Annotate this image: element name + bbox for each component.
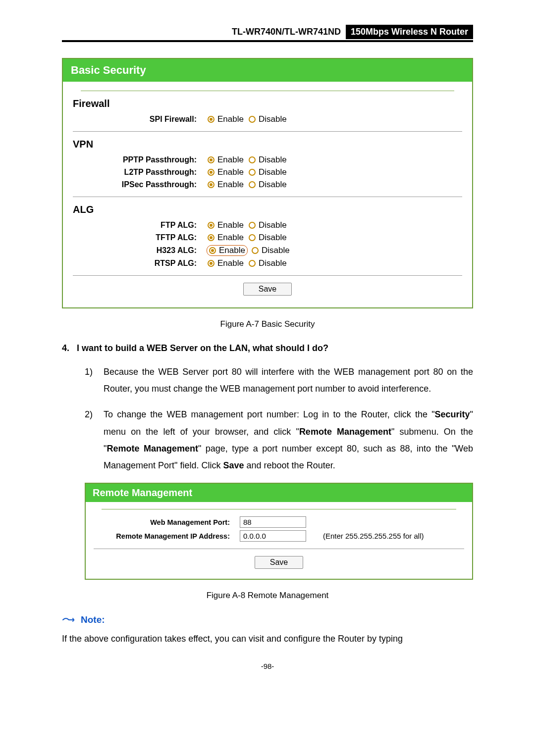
radio-empty-icon	[249, 222, 256, 229]
pptp-enable-radio[interactable]: Enable	[207, 155, 245, 165]
step-2: To change the WEB management port number…	[85, 406, 473, 474]
save-button[interactable]: Save	[243, 283, 292, 296]
radio-selected-icon	[208, 116, 214, 123]
radio-selected-icon	[208, 181, 214, 188]
disable-label: Disable	[262, 246, 290, 255]
ftp-disable-radio[interactable]: Disable	[248, 220, 288, 230]
web-port-label: Web Management Port:	[94, 518, 240, 526]
vpn-heading: VPN	[73, 139, 462, 150]
radio-selected-icon	[208, 169, 214, 176]
remote-ip-label: Remote Management IP Address:	[94, 532, 240, 540]
disable-label: Disable	[259, 220, 287, 230]
pointing-hand-icon	[62, 615, 76, 625]
figure-a8-caption: Figure A-8 Remote Management	[62, 591, 473, 601]
panel-title: Remote Management	[86, 484, 472, 502]
enable-label: Enable	[217, 233, 244, 243]
ftp-enable-radio[interactable]: Enable	[207, 220, 245, 230]
question-number: 4.	[62, 343, 77, 353]
disable-label: Disable	[259, 180, 287, 190]
l2tp-disable-radio[interactable]: Disable	[248, 167, 288, 177]
radio-empty-icon	[249, 260, 256, 267]
radio-selected-icon	[209, 247, 216, 254]
disable-label: Disable	[259, 155, 287, 165]
note-heading: Note:	[62, 614, 473, 625]
web-port-input[interactable]: 88	[240, 516, 306, 528]
figure-a7-caption: Figure A-7 Basic Security	[62, 319, 473, 329]
enable-label: Enable	[217, 180, 244, 190]
tftp-disable-radio[interactable]: Disable	[248, 233, 288, 243]
pptp-row: PPTP Passthrough: Enable Disable	[73, 155, 462, 165]
rtsp-alg-label: RTSP ALG:	[73, 259, 207, 268]
panel-title: Basic Security	[63, 59, 472, 82]
step-1: Because the WEB Server port 80 will inte…	[85, 363, 473, 397]
note-label: Note:	[81, 614, 105, 625]
disable-label: Disable	[259, 114, 287, 124]
ipsec-disable-radio[interactable]: Disable	[248, 180, 288, 190]
h323-enable-radio[interactable]: Enable	[207, 245, 248, 256]
web-port-row: Web Management Port: 88	[94, 516, 464, 528]
l2tp-enable-radio[interactable]: Enable	[207, 167, 245, 177]
ipsec-row: IPSec Passthrough: Enable Disable	[73, 180, 462, 190]
disable-label: Disable	[259, 167, 287, 177]
page-number: -98-	[62, 662, 473, 670]
question-4-heading: 4. I want to build a WEB Server on the L…	[62, 343, 473, 353]
spi-firewall-row: SPI Firewall: Enable Disable	[73, 114, 462, 124]
spi-firewall-label: SPI Firewall:	[73, 115, 207, 124]
ftp-alg-label: FTP ALG:	[73, 221, 207, 230]
alg-heading: ALG	[73, 204, 462, 215]
remote-ip-row: Remote Management IP Address: 0.0.0.0 (E…	[94, 530, 464, 542]
h323-alg-label: H323 ALG:	[73, 246, 207, 255]
spi-enable-radio[interactable]: Enable	[207, 114, 245, 124]
l2tp-label: L2TP Passthrough:	[73, 168, 207, 177]
enable-label: Enable	[219, 246, 245, 255]
enable-label: Enable	[217, 220, 244, 230]
firewall-heading: Firewall	[73, 98, 462, 109]
tftp-alg-label: TFTP ALG:	[73, 233, 207, 242]
product-desc: 150Mbps Wireless N Router	[346, 25, 473, 39]
note-text: If the above configuration takes effect,…	[62, 630, 473, 647]
document-header: TL-WR740N/TL-WR741ND 150Mbps Wireless N …	[62, 25, 473, 42]
ipsec-enable-radio[interactable]: Enable	[207, 180, 245, 190]
spi-disable-radio[interactable]: Disable	[248, 114, 288, 124]
save-button[interactable]: Save	[255, 556, 303, 569]
h323-disable-radio[interactable]: Disable	[251, 246, 291, 255]
radio-empty-icon	[249, 181, 256, 188]
model-number: TL-WR740N/TL-WR741ND	[232, 27, 343, 37]
l2tp-row: L2TP Passthrough: Enable Disable	[73, 167, 462, 177]
tftp-enable-radio[interactable]: Enable	[207, 233, 245, 243]
question-text: I want to build a WEB Server on the LAN,…	[77, 343, 328, 353]
pptp-label: PPTP Passthrough:	[73, 155, 207, 164]
disable-label: Disable	[259, 258, 287, 268]
h323-alg-row: H323 ALG: Enable Disable	[73, 245, 462, 256]
enable-label: Enable	[217, 258, 244, 268]
radio-empty-icon	[249, 234, 256, 241]
disable-label: Disable	[259, 233, 287, 243]
remote-ip-input[interactable]: 0.0.0.0	[240, 530, 306, 542]
remote-ip-hint: (Enter 255.255.255.255 for all)	[323, 532, 424, 540]
radio-selected-icon	[208, 222, 214, 229]
pptp-disable-radio[interactable]: Disable	[248, 155, 288, 165]
enable-label: Enable	[217, 155, 244, 165]
rtsp-alg-row: RTSP ALG: Enable Disable	[73, 258, 462, 268]
radio-selected-icon	[208, 234, 214, 241]
ipsec-label: IPSec Passthrough:	[73, 180, 207, 189]
enable-label: Enable	[217, 167, 244, 177]
ftp-alg-row: FTP ALG: Enable Disable	[73, 220, 462, 230]
radio-selected-icon	[208, 156, 214, 163]
radio-empty-icon	[252, 247, 259, 254]
radio-selected-icon	[208, 260, 214, 267]
tftp-alg-row: TFTP ALG: Enable Disable	[73, 233, 462, 243]
radio-empty-icon	[249, 156, 256, 163]
radio-empty-icon	[249, 116, 256, 123]
radio-empty-icon	[249, 169, 256, 176]
rtsp-disable-radio[interactable]: Disable	[248, 258, 288, 268]
enable-label: Enable	[217, 114, 244, 124]
basic-security-panel: Basic Security Firewall SPI Firewall: En…	[62, 58, 473, 308]
rtsp-enable-radio[interactable]: Enable	[207, 258, 245, 268]
remote-management-panel: Remote Management Web Management Port: 8…	[85, 483, 473, 580]
